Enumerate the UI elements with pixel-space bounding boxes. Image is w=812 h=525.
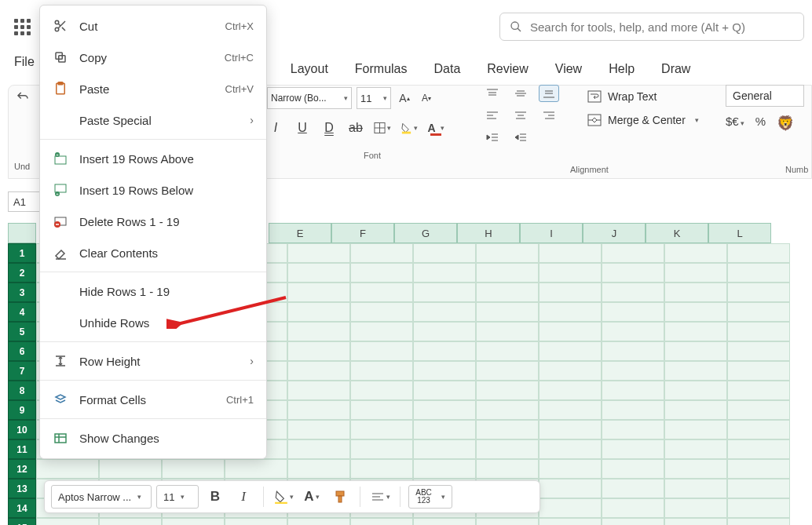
cell[interactable] xyxy=(36,518,99,525)
row-header[interactable]: 8 xyxy=(8,381,36,400)
cell[interactable] xyxy=(99,518,162,525)
row-header[interactable]: 7 xyxy=(8,361,36,381)
mini-format-painter-button[interactable] xyxy=(328,485,352,509)
cell[interactable] xyxy=(162,459,225,479)
cell[interactable] xyxy=(476,361,539,381)
cell[interactable] xyxy=(664,381,727,400)
cell[interactable] xyxy=(539,283,602,302)
ctx-insert-below[interactable]: + Insert 19 Rows Below xyxy=(40,174,266,206)
cell[interactable] xyxy=(539,341,602,361)
cell[interactable] xyxy=(350,361,413,381)
cell[interactable] xyxy=(225,459,287,479)
ctx-unhide-rows[interactable]: Unhide Rows xyxy=(40,307,266,338)
fill-color-button[interactable]: ▾ xyxy=(401,119,418,137)
row-header[interactable]: 9 xyxy=(8,400,36,420)
cell[interactable] xyxy=(727,459,790,479)
cell[interactable] xyxy=(727,498,790,518)
cell[interactable] xyxy=(664,420,727,439)
cell[interactable] xyxy=(162,518,225,525)
cell[interactable] xyxy=(476,459,539,479)
cell[interactable] xyxy=(602,263,664,283)
cell[interactable] xyxy=(287,439,350,459)
search-input[interactable]: Search for tools, help, and more (Alt + … xyxy=(499,13,804,41)
increase-indent-button[interactable] xyxy=(510,129,531,146)
column-header[interactable]: E xyxy=(269,223,331,243)
cell[interactable] xyxy=(602,420,664,439)
mini-bold-button[interactable]: B xyxy=(203,485,227,509)
italic-button[interactable]: I xyxy=(267,119,284,137)
cell[interactable] xyxy=(350,302,413,322)
row-header[interactable]: 10 xyxy=(8,420,36,439)
row-header[interactable]: 12 xyxy=(8,459,36,479)
cell[interactable] xyxy=(602,341,664,361)
column-header[interactable]: F xyxy=(331,223,394,243)
strikethrough-button[interactable]: ab xyxy=(347,119,364,137)
cell[interactable] xyxy=(287,263,350,283)
cell[interactable] xyxy=(350,341,413,361)
ctx-paste[interactable]: PasteCtrl+V xyxy=(40,73,266,104)
cell[interactable] xyxy=(539,479,602,498)
cell[interactable] xyxy=(539,322,602,341)
cell[interactable] xyxy=(287,381,350,400)
cell[interactable] xyxy=(664,243,727,263)
cell[interactable] xyxy=(727,322,790,341)
mini-italic-button[interactable]: I xyxy=(232,485,255,509)
cell[interactable] xyxy=(602,439,664,459)
cell[interactable] xyxy=(539,498,602,518)
cell[interactable] xyxy=(413,361,476,381)
ctx-insert-above[interactable]: + Insert 19 Rows Above xyxy=(40,143,266,174)
ctx-show-changes[interactable]: Show Changes xyxy=(40,422,266,454)
increase-font-icon[interactable]: A▴ xyxy=(396,89,413,107)
ctx-paste-special[interactable]: Paste Special› xyxy=(40,104,266,136)
cell[interactable] xyxy=(413,243,476,263)
cell[interactable] xyxy=(287,420,350,439)
double-underline-button[interactable]: D xyxy=(320,119,338,137)
ctx-cut[interactable]: CutCtrl+X xyxy=(40,10,266,42)
cell[interactable] xyxy=(727,479,790,498)
currency-button[interactable]: $€▾ xyxy=(726,115,744,132)
cell[interactable] xyxy=(476,243,539,263)
cell[interactable] xyxy=(727,518,790,525)
cell[interactable] xyxy=(350,243,413,263)
column-header[interactable]: H xyxy=(457,223,520,243)
cell[interactable] xyxy=(727,243,790,263)
cell[interactable] xyxy=(727,361,790,381)
tab-help[interactable]: Help xyxy=(609,62,635,76)
cell[interactable] xyxy=(664,439,727,459)
cell[interactable] xyxy=(350,322,413,341)
align-bottom-button[interactable] xyxy=(539,85,559,102)
align-top-button[interactable] xyxy=(482,85,503,102)
cell[interactable] xyxy=(727,400,790,420)
cell[interactable] xyxy=(413,381,476,400)
cell[interactable] xyxy=(476,283,539,302)
cell[interactable] xyxy=(727,302,790,322)
column-header[interactable]: I xyxy=(520,223,583,243)
cell[interactable] xyxy=(287,400,350,420)
cell[interactable] xyxy=(225,518,287,525)
cell[interactable] xyxy=(476,381,539,400)
app-launcher-icon[interactable] xyxy=(14,19,33,38)
column-header[interactable]: G xyxy=(394,223,457,243)
cell[interactable] xyxy=(287,518,350,525)
ctx-hide-rows[interactable]: Hide Rows 1 - 19 xyxy=(40,275,266,307)
row-header[interactable]: 3 xyxy=(8,283,36,302)
cell[interactable] xyxy=(413,420,476,439)
cell[interactable] xyxy=(413,341,476,361)
cell[interactable] xyxy=(602,302,664,322)
cell[interactable] xyxy=(727,263,790,283)
cell[interactable] xyxy=(287,302,350,322)
tab-layout[interactable]: Layout xyxy=(291,62,328,76)
cell[interactable] xyxy=(539,381,602,400)
cell[interactable] xyxy=(350,420,413,439)
number-format-select[interactable]: General xyxy=(726,85,804,107)
cell[interactable] xyxy=(727,283,790,302)
merge-center-button[interactable]: Merge & Center▾ xyxy=(587,108,719,132)
cell[interactable] xyxy=(476,341,539,361)
cell[interactable] xyxy=(350,381,413,400)
decrease-font-icon[interactable]: A▾ xyxy=(418,89,435,107)
cell[interactable] xyxy=(602,361,664,381)
row-header[interactable]: 13 xyxy=(8,479,36,498)
cell[interactable] xyxy=(350,459,413,479)
cell[interactable] xyxy=(476,400,539,420)
row-header[interactable]: 2 xyxy=(8,263,36,283)
